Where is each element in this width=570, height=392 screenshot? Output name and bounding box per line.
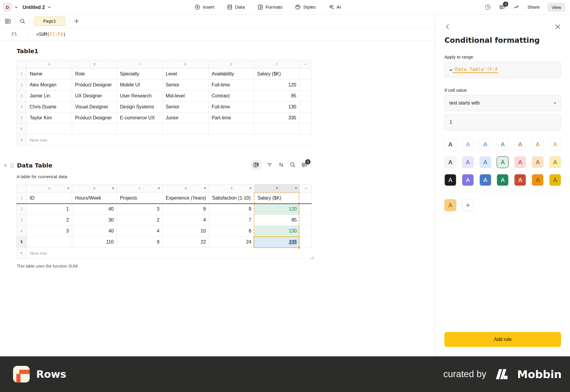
cell[interactable]: 110 (72, 237, 117, 248)
row-header-3[interactable]: 3 (17, 91, 27, 102)
text-color-swatch[interactable]: A (444, 174, 456, 186)
back-icon[interactable] (444, 23, 451, 30)
row-header-5[interactable]: 5 (17, 237, 27, 248)
row-header-5[interactable]: 5 (17, 113, 27, 124)
chevron-down-icon[interactable] (47, 5, 51, 9)
cell[interactable]: 120 (254, 204, 300, 215)
cell[interactable]: 2 (27, 215, 72, 226)
row-header-2[interactable]: 2 (17, 204, 27, 215)
cell[interactable] (300, 124, 311, 135)
condition-value-input[interactable]: 1 (444, 114, 561, 130)
cell[interactable]: Senior (163, 102, 209, 113)
add-column-button[interactable]: + (300, 60, 311, 69)
cell[interactable] (300, 91, 311, 102)
add-rule-button[interactable]: Add rule (444, 332, 561, 347)
condition-select[interactable]: text starts with (444, 95, 561, 111)
cell[interactable]: Alex Morgan (27, 80, 72, 91)
cell[interactable] (300, 237, 312, 248)
cell[interactable]: Salary ($K) (254, 69, 300, 80)
cell[interactable] (300, 215, 312, 226)
row-header-2[interactable]: 2 (17, 80, 27, 91)
data-table-subtitle[interactable]: A table for numerical data (17, 174, 67, 179)
cell[interactable]: 24 (209, 237, 254, 248)
menu-insert[interactable]: Insert (194, 4, 214, 10)
cell[interactable]: 7 (209, 215, 254, 226)
chevron-down-icon[interactable] (14, 5, 18, 9)
cell[interactable] (300, 80, 311, 91)
text-color-swatch[interactable]: A (549, 138, 561, 150)
cell[interactable]: 1 (27, 204, 72, 215)
cell[interactable]: 2 (117, 215, 163, 226)
text-color-swatch[interactable]: A (514, 156, 526, 168)
column-header-B[interactable]: B (72, 60, 117, 69)
column-header-A[interactable]: A (27, 60, 72, 69)
row-header-3[interactable]: 3 (17, 215, 27, 226)
cell[interactable]: 8 (209, 226, 254, 237)
insights-button[interactable] (513, 4, 520, 10)
column-header-E[interactable]: E (209, 184, 254, 193)
cell[interactable]: Name (27, 69, 72, 80)
cell[interactable]: ID (27, 193, 72, 204)
menu-ai[interactable]: AI (328, 4, 341, 10)
tab-page1[interactable]: Page1 (34, 17, 65, 26)
cell[interactable]: Availability (209, 69, 254, 80)
add-swatch-button[interactable] (462, 199, 474, 211)
text-color-swatch[interactable]: A (549, 156, 561, 168)
cell[interactable] (300, 69, 311, 80)
text-color-swatch[interactable]: A (514, 174, 526, 186)
add-column-button[interactable]: + (300, 184, 312, 193)
cell[interactable]: 22 (163, 237, 209, 248)
text-color-swatch[interactable]: A (497, 174, 509, 186)
select-all-corner[interactable] (17, 60, 27, 69)
cell[interactable] (27, 124, 72, 135)
formula-input[interactable]: =SUM(F2:F4) (28, 32, 66, 37)
cell[interactable] (209, 124, 254, 135)
cell[interactable]: Hours/Week (72, 193, 117, 204)
text-color-swatch[interactable]: A (444, 138, 456, 150)
text-color-swatch[interactable]: A (497, 156, 509, 168)
cell[interactable]: 335 (254, 237, 300, 248)
text-color-swatch[interactable]: A (479, 138, 491, 150)
column-header-B[interactable]: B (72, 184, 117, 193)
cell[interactable]: Satisfaction (1-10) (209, 193, 254, 204)
cell[interactable] (300, 102, 311, 113)
cell[interactable] (72, 124, 117, 135)
add-row-button[interactable]: + (17, 248, 27, 259)
range-input[interactable]: ='Data_Table'!F:F (444, 62, 561, 78)
column-header-E[interactable]: E (209, 60, 254, 69)
cell[interactable]: 130 (254, 226, 300, 237)
cell[interactable]: Part-time (209, 113, 254, 124)
row-header-4[interactable]: 4 (17, 226, 27, 237)
add-row-button[interactable]: + (17, 135, 27, 146)
column-header-F[interactable]: F (254, 184, 300, 193)
sort-button[interactable] (278, 162, 284, 168)
cell[interactable]: 85 (254, 215, 300, 226)
cell[interactable]: Visual Designer (72, 102, 117, 113)
toggle-sidebar-button[interactable] (5, 18, 11, 24)
cell[interactable]: Senior (163, 80, 209, 91)
add-page-button[interactable] (74, 18, 80, 24)
comments-button[interactable]: 3 (499, 4, 505, 10)
cell[interactable]: Role (72, 69, 117, 80)
cell[interactable]: User Research (117, 91, 163, 102)
drag-handle-icon[interactable] (11, 163, 14, 168)
text-color-swatch[interactable]: A (479, 156, 491, 168)
text-color-swatch[interactable]: A (532, 156, 544, 168)
table-resize-corner[interactable] (310, 255, 314, 260)
cell[interactable]: 130 (254, 102, 300, 113)
cell[interactable]: Jamie Lin (27, 91, 72, 102)
cell[interactable]: Taylor Kim (27, 113, 72, 124)
column-menu-icon[interactable] (249, 188, 252, 189)
document-title[interactable]: Untitled 2 (23, 4, 45, 10)
cell[interactable]: 9 (209, 204, 254, 215)
cell[interactable]: Product Designer (72, 80, 117, 91)
cell[interactable] (300, 204, 312, 215)
column-header-C[interactable]: C (117, 184, 163, 193)
row-header-4[interactable]: 4 (17, 102, 27, 113)
table-style-button[interactable] (251, 160, 261, 170)
column-menu-icon[interactable] (295, 188, 297, 189)
view-button[interactable]: View (547, 3, 565, 12)
cell[interactable]: Junior (163, 113, 209, 124)
history-button[interactable] (484, 4, 491, 10)
cell[interactable] (27, 237, 72, 248)
